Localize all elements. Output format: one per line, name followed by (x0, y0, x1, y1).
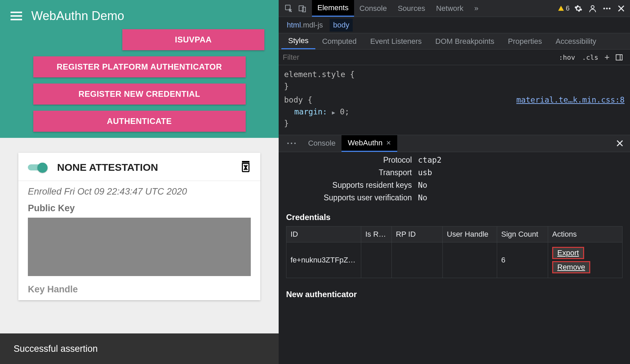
breadcrumb-html[interactable]: html.mdl-js (283, 19, 326, 32)
authenticate-button[interactable]: AUTHENTICATE (33, 111, 246, 132)
prop-transport: Transport usb (286, 168, 623, 177)
table-row: fe+nuknu3ZTFpZ… 6 Export Remove (286, 242, 623, 278)
kebab-menu-icon[interactable] (601, 3, 612, 14)
app-pane: WebAuthn Demo ISUVPAA REGISTER PLATFORM … (0, 0, 279, 364)
credentials-table: ID Is R… RP ID User Handle Sign Count Ac… (286, 226, 623, 278)
col-is-resident[interactable]: Is R… (361, 226, 392, 242)
warning-count: 6 (566, 4, 570, 12)
tab-network[interactable]: Network (431, 0, 469, 17)
stylesheet-link[interactable]: material.te…k.min.css:8 (517, 94, 625, 106)
card-title: NONE ATTESTATION (57, 162, 241, 173)
device-toolbar-icon[interactable] (296, 2, 309, 15)
close-drawer-icon[interactable] (613, 135, 627, 152)
close-devtools-icon[interactable] (616, 3, 627, 14)
hamburger-menu-icon[interactable] (10, 9, 23, 23)
devtools-toolbar: Elements Console Sources Network » 6 (279, 0, 630, 17)
register-platform-button[interactable]: REGISTER PLATFORM AUTHENTICATOR (33, 56, 246, 77)
cell-id: fe+nuknu3ZTFpZ… (286, 242, 361, 278)
svg-point-13 (609, 7, 611, 9)
svg-point-12 (606, 7, 608, 9)
col-sign-count[interactable]: Sign Count (497, 226, 548, 242)
tab-elements[interactable]: Elements (312, 0, 354, 17)
button-column: ISUVPAA REGISTER PLATFORM AUTHENTICATOR … (0, 29, 279, 132)
dom-breadcrumb: html.mdl-js body (279, 17, 630, 33)
devtools-pane: Elements Console Sources Network » 6 (279, 0, 630, 364)
app-header-row: WebAuthn Demo (0, 0, 279, 29)
svg-rect-16 (616, 55, 622, 60)
element-style-rule[interactable]: element.style { } (284, 69, 625, 92)
remove-button[interactable]: Remove (552, 261, 590, 273)
drawer-tab-webauthn[interactable]: WebAuthn ✕ (342, 135, 397, 152)
svg-rect-2 (11, 19, 22, 20)
prop-protocol: Protocol ctap2 (286, 156, 623, 165)
toggle-sidebar-icon[interactable] (612, 51, 626, 64)
key-handle-label: Key Handle (28, 284, 251, 295)
styles-filter-input[interactable] (283, 53, 555, 62)
col-actions[interactable]: Actions (548, 226, 623, 242)
tab-styles[interactable]: Styles (281, 33, 315, 49)
styles-content: element.style { } material.te…k.min.css:… (279, 65, 630, 135)
col-rp-id[interactable]: RP ID (392, 226, 443, 242)
inspect-element-icon[interactable] (282, 2, 296, 15)
new-style-rule-button[interactable]: + (602, 52, 612, 62)
svg-rect-3 (242, 161, 249, 163)
body-style-rule[interactable]: material.te…k.min.css:8 body { margin: ▶… (284, 94, 625, 129)
webauthn-panel: Protocol ctap2 Transport usb Supports re… (279, 152, 630, 364)
tab-properties[interactable]: Properties (501, 33, 549, 49)
tab-event-listeners[interactable]: Event Listeners (363, 33, 428, 49)
table-header-row: ID Is R… RP ID User Handle Sign Count Ac… (286, 226, 623, 242)
cell-rp-id (392, 242, 443, 278)
cell-sign-count: 6 (497, 242, 548, 278)
close-tab-icon[interactable]: ✕ (386, 139, 391, 147)
toast-text: Successful assertion (14, 344, 98, 354)
credential-card: NONE ATTESTATION Enrolled Fri Oct 09 22:… (18, 153, 260, 300)
expand-triangle-icon[interactable]: ▶ (332, 109, 335, 116)
toast-message: Successful assertion (0, 333, 279, 364)
cls-toggle[interactable]: .cls (579, 52, 602, 63)
drawer-tab-console[interactable]: Console (302, 135, 342, 152)
cell-is-resident (361, 242, 392, 278)
svg-rect-0 (11, 12, 22, 13)
col-user-handle[interactable]: User Handle (443, 226, 497, 242)
register-new-credential-button[interactable]: REGISTER NEW CREDENTIAL (33, 84, 246, 105)
account-icon[interactable] (587, 3, 598, 14)
enrolled-timestamp: Enrolled Fri Oct 09 22:43:47 UTC 2020 (28, 186, 251, 197)
breadcrumb-body[interactable]: body (330, 19, 353, 32)
devtools-toolbar-right: 6 (558, 3, 627, 14)
new-authenticator-heading: New authenticator (286, 290, 623, 299)
credentials-heading: Credentials (286, 213, 623, 222)
tab-more[interactable]: » (469, 0, 484, 17)
col-id[interactable]: ID (286, 226, 361, 242)
card-header: NONE ATTESTATION (18, 153, 260, 181)
tab-computed[interactable]: Computed (315, 33, 364, 49)
svg-point-11 (603, 7, 605, 9)
app-header: WebAuthn Demo ISUVPAA REGISTER PLATFORM … (0, 0, 279, 138)
svg-point-10 (591, 5, 594, 8)
cell-actions: Export Remove (548, 242, 623, 278)
warnings-badge[interactable]: 6 (558, 4, 570, 12)
drawer-more-icon[interactable]: ··· (282, 135, 302, 152)
trash-icon[interactable] (241, 161, 251, 174)
styles-filter-row: :hov .cls + (279, 50, 630, 65)
tab-accessibility[interactable]: Accessibility (549, 33, 603, 49)
gear-icon[interactable] (573, 3, 584, 14)
attestation-toggle[interactable] (28, 163, 50, 172)
prop-resident-keys: Supports resident keys No (286, 181, 623, 190)
hov-toggle[interactable]: :hov (555, 52, 578, 63)
public-key-value (28, 218, 251, 276)
cell-user-handle (443, 242, 497, 278)
css-value-margin[interactable]: 0; (340, 107, 349, 116)
styles-sidebar-tabs: Styles Computed Event Listeners DOM Brea… (279, 33, 630, 50)
svg-rect-1 (11, 15, 22, 17)
public-key-label: Public Key (28, 203, 251, 214)
export-button[interactable]: Export (552, 247, 584, 259)
tab-dom-breakpoints[interactable]: DOM Breakpoints (428, 33, 501, 49)
app-title: WebAuthn Demo (31, 9, 124, 23)
devtools-main-tabs: Elements Console Sources Network » (312, 0, 484, 17)
prop-user-verification: Supports user verification No (286, 193, 623, 202)
isuvpaa-button[interactable]: ISUVPAA (122, 29, 264, 50)
tab-console[interactable]: Console (354, 0, 392, 17)
tab-sources[interactable]: Sources (392, 0, 431, 17)
css-property-margin[interactable]: margin: (294, 107, 327, 116)
card-body: Enrolled Fri Oct 09 22:43:47 UTC 2020 Pu… (18, 181, 260, 300)
